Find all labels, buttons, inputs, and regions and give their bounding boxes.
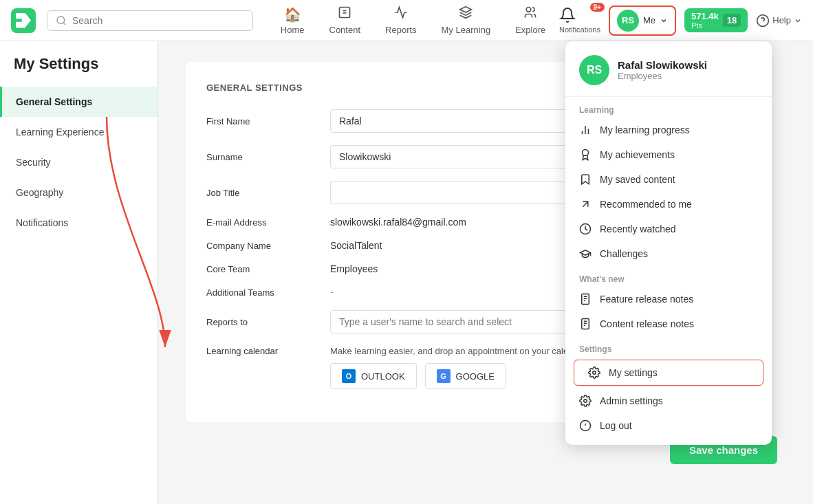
points-box[interactable]: 571.4k Pts 18: [684, 8, 748, 32]
label-reports-to: Reports to: [206, 317, 330, 327]
recommended-icon: [579, 198, 592, 210]
label-learning-calendar: Learning calendar: [206, 346, 330, 356]
chevron-down-icon: [660, 17, 668, 25]
help-label: Help: [772, 15, 791, 25]
dropdown-recently-watched[interactable]: Recently watched: [565, 217, 772, 241]
user-dropdown: RS Rafal Slowikowski Employees Learning …: [565, 41, 772, 445]
dropdown-user-role: Employees: [618, 71, 707, 81]
my-settings-icon: [588, 366, 600, 379]
dropdown-section-settings: Settings: [565, 336, 772, 357]
label-additional-teams: Additional Teams: [206, 287, 330, 298]
recently-watched-icon: [579, 223, 592, 235]
label-core-team: Core Team: [206, 264, 330, 274]
outlook-label: OUTLOOK: [361, 371, 405, 382]
notifications-label: Notifications: [559, 25, 600, 34]
me-button[interactable]: RS Me: [609, 6, 676, 36]
admin-settings-label: Admin settings: [600, 395, 663, 406]
progress-icon: [579, 124, 592, 136]
search-box[interactable]: [47, 10, 253, 31]
saved-content-icon: [579, 173, 592, 186]
dropdown-section-whats-new: What's new: [565, 266, 772, 287]
my-achievements-label: My achievements: [600, 149, 675, 160]
logout-icon: [579, 419, 592, 432]
nav-items: 🏠 Home Content Reports My Learning Ex: [267, 1, 559, 39]
nav-reports[interactable]: Reports: [374, 1, 428, 39]
search-icon: [56, 15, 67, 26]
dropdown-my-progress[interactable]: My learning progress: [565, 118, 772, 142]
dropdown-admin-settings[interactable]: Admin settings: [565, 388, 772, 413]
dropdown-section-learning: Learning: [565, 97, 772, 118]
notifications-badge: 9+: [590, 3, 605, 12]
svg-line-12: [583, 201, 588, 207]
input-surname[interactable]: [330, 145, 592, 168]
help-icon: [756, 14, 770, 28]
dropdown-challenges[interactable]: Challenges: [565, 241, 772, 266]
svg-point-5: [526, 8, 531, 12]
google-label: GOOGLE: [456, 371, 495, 382]
outlook-button[interactable]: O OUTLOOK: [330, 363, 417, 389]
content-notes-label: Content release notes: [600, 318, 694, 329]
bell-icon: [559, 7, 576, 23]
search-input[interactable]: [72, 15, 244, 26]
text-additional-teams: -: [330, 287, 334, 298]
svg-point-0: [57, 17, 65, 24]
my-progress-label: My learning progress: [600, 124, 690, 135]
challenges-label: Challenges: [600, 248, 648, 259]
dropdown-saved-content[interactable]: My saved content: [565, 167, 772, 192]
nav-my-learning-label: My Learning: [442, 25, 491, 35]
text-core-team: Employees: [330, 263, 378, 274]
sidebar: My Settings General Settings Learning Ex…: [0, 41, 158, 504]
nav-explore-label: Explore: [515, 25, 545, 35]
feature-notes-icon: [579, 293, 592, 305]
explore-icon: [523, 6, 537, 23]
google-button[interactable]: G GOOGLE: [425, 363, 506, 389]
dropdown-user-name: Rafal Slowikowski: [618, 59, 707, 71]
nav-home-label: Home: [281, 25, 305, 35]
dropdown-my-settings[interactable]: My settings: [574, 360, 763, 386]
google-icon: G: [437, 369, 451, 383]
topnav: 🏠 Home Content Reports My Learning Ex: [0, 0, 813, 41]
dropdown-my-achievements[interactable]: My achievements: [565, 142, 772, 167]
reports-icon: [394, 6, 408, 23]
calendar-description: Make learning easier, and drop an appoin…: [330, 346, 592, 356]
dropdown-avatar: RS: [579, 55, 609, 85]
sidebar-item-security[interactable]: Security: [0, 147, 158, 177]
points-badge: 18: [723, 14, 741, 27]
sidebar-item-learning-experience[interactable]: Learning Experience: [0, 117, 158, 147]
points-value: 571.4k: [691, 11, 719, 21]
nav-right: 9+ Notifications RS Me 571.4k Pts 18 H: [559, 6, 802, 36]
nav-explore[interactable]: Explore: [504, 1, 556, 39]
dropdown-feature-notes[interactable]: Feature release notes: [565, 287, 772, 311]
nav-content[interactable]: Content: [318, 1, 372, 39]
label-job-title: Job Title: [206, 188, 330, 198]
recently-watched-label: Recently watched: [600, 223, 676, 234]
points-label: Pts: [691, 21, 719, 30]
sidebar-item-notifications[interactable]: Notifications: [0, 208, 158, 238]
app-logo[interactable]: [11, 8, 36, 33]
notifications-button[interactable]: 9+ Notifications: [559, 7, 600, 34]
page-title: My Settings: [0, 55, 158, 87]
svg-line-1: [63, 23, 65, 25]
outlook-icon: O: [342, 369, 356, 383]
nav-home[interactable]: 🏠 Home: [270, 2, 316, 39]
help-button[interactable]: Help: [756, 14, 802, 28]
text-email: slowikowski.rafal84@gmail.com: [330, 217, 466, 228]
dropdown-recommended[interactable]: Recommended to me: [565, 192, 772, 217]
challenges-icon: [579, 248, 592, 260]
nav-my-learning[interactable]: My Learning: [431, 1, 502, 39]
sidebar-item-general[interactable]: General Settings: [0, 87, 158, 117]
help-chevron-icon: [794, 17, 802, 25]
dropdown-content-notes[interactable]: Content release notes: [565, 311, 772, 336]
my-learning-icon: [459, 6, 473, 23]
input-reports-to[interactable]: [330, 310, 592, 333]
my-settings-label: My settings: [609, 367, 658, 378]
label-email: E-mail Address: [206, 217, 330, 228]
content-icon: [338, 6, 351, 23]
home-icon: 🏠: [284, 6, 301, 23]
input-first-name[interactable]: [330, 109, 592, 133]
input-job-title[interactable]: [330, 181, 592, 204]
sidebar-item-geography[interactable]: Geography: [0, 177, 158, 208]
dropdown-logout[interactable]: Log out: [565, 413, 772, 438]
logout-label: Log out: [600, 420, 632, 431]
content-notes-icon: [579, 318, 592, 330]
